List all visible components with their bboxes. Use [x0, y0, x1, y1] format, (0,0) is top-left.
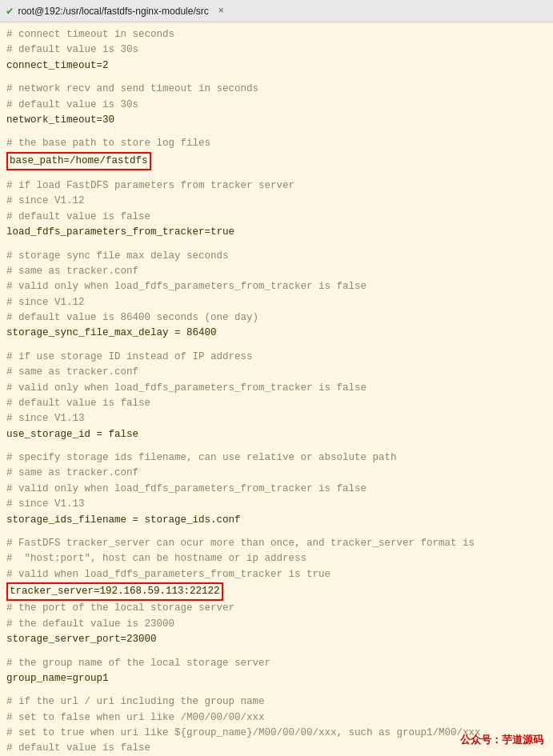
line	[6, 342, 547, 350]
line: # since V1.13	[6, 411, 547, 426]
line: # storage sync file max delay seconds	[6, 249, 547, 264]
line: tracker_server=192.168.59.113:22122	[6, 582, 547, 601]
line: # same as tracker.conf	[6, 264, 547, 279]
line: # valid only when load_fdfs_parameters_f…	[6, 279, 547, 294]
highlighted-value: tracker_server=192.168.59.113:22122	[6, 582, 223, 601]
line: # default value is 30s	[6, 42, 547, 58]
line: # if load FastDFS parameters from tracke…	[6, 178, 547, 194]
line: # "host:port", host can be hostname or i…	[6, 551, 547, 566]
line: storage_server_port=23000	[6, 632, 547, 647]
title-text: root@192:/usr/local/fastdfs-nginx-module…	[18, 6, 208, 17]
line: # since V1.12	[6, 295, 547, 310]
line: # valid when load_fdfs_parameters_from_t…	[6, 567, 547, 582]
line: # if use storage ID instead of IP addres…	[6, 350, 547, 365]
line: load_fdfs_parameters_from_tracker=true	[6, 225, 547, 240]
line: use_storage_id = false	[6, 427, 547, 442]
line: # the default value is 23000	[6, 617, 547, 632]
line: # valid only when load_fdfs_parameters_f…	[6, 381, 547, 396]
line: # set to false when uri like /M00/00/00/…	[6, 710, 547, 726]
line: storage_ids_filename = storage_ids.conf	[6, 513, 547, 528]
highlighted-value: base_path=/home/fastdfs	[6, 152, 151, 170]
line	[6, 170, 547, 178]
line: # network recv and send timeout in secon…	[6, 82, 547, 97]
line	[6, 442, 547, 450]
line: # default value is false	[6, 396, 547, 411]
line: # default value is 86400 seconds (one da…	[6, 310, 547, 326]
code-area: # connect timeout in seconds# default va…	[0, 22, 553, 756]
line: # the port of the local storage server	[6, 601, 547, 616]
line: base_path=/home/fastdfs	[6, 152, 547, 170]
line: # the base path to store log files	[6, 136, 547, 151]
line	[6, 128, 547, 136]
line	[6, 686, 547, 694]
line: connect_timeout=2	[6, 58, 547, 74]
line: # the group name of the local storage se…	[6, 656, 547, 671]
line	[6, 648, 547, 656]
title-bar: ✔ root@192:/usr/local/fastdfs-nginx-modu…	[0, 0, 553, 22]
line: # if the url / uri including the group n…	[6, 694, 547, 710]
line: # default value is false	[6, 210, 547, 225]
line: # same as tracker.conf	[6, 466, 547, 481]
line: # FastDFS tracker_server can ocur more t…	[6, 536, 547, 551]
line: group_name=group1	[6, 671, 547, 686]
watermark: 公众号：芋道源码	[460, 732, 543, 748]
line: storage_sync_file_max_delay = 86400	[6, 326, 547, 341]
title-icon: ✔	[6, 4, 13, 18]
close-button[interactable]: ×	[218, 6, 224, 17]
line: network_timeout=30	[6, 113, 547, 128]
line: # specify storage ids filename, can use …	[6, 450, 547, 466]
line	[6, 241, 547, 249]
line: # since V1.13	[6, 497, 547, 512]
line: # since V1.12	[6, 194, 547, 209]
line: # connect timeout in seconds	[6, 27, 547, 42]
line: # same as tracker.conf	[6, 365, 547, 380]
line: # default value is 30s	[6, 98, 547, 113]
line	[6, 74, 547, 82]
line	[6, 528, 547, 536]
line: # valid only when load_fdfs_parameters_f…	[6, 482, 547, 497]
